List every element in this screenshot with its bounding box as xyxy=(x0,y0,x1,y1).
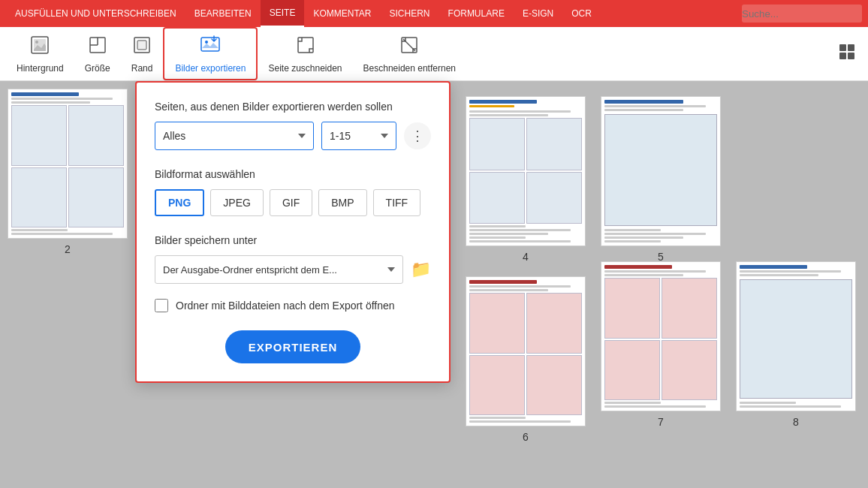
grid-view-icon[interactable] xyxy=(832,37,862,71)
export-button[interactable]: EXPORTIEREN xyxy=(225,330,360,363)
format-bmp-button[interactable]: BMP xyxy=(318,189,366,216)
toolbar-crop-page-label: Seite zuschneiden xyxy=(268,63,342,74)
export-panel: Seiten, aus denen Bilder exportieren wer… xyxy=(135,81,451,383)
main-content: Seiten, aus denen Bilder exportieren wer… xyxy=(0,81,868,488)
top-navigation: AUSFÜLLEN UND UNTERSCHREIBEN BEARBEITEN … xyxy=(0,0,868,27)
format-jpeg-button[interactable]: JPEG xyxy=(210,189,264,216)
crop-page-icon xyxy=(295,35,316,60)
format-tiff-button[interactable]: TIFF xyxy=(373,189,421,216)
svg-rect-15 xyxy=(839,53,846,59)
svg-rect-14 xyxy=(848,44,854,51)
more-options-button[interactable]: ⋮ xyxy=(404,122,431,149)
folder-icon: 📁 xyxy=(411,260,431,279)
toolbar-rand[interactable]: Rand xyxy=(121,27,164,80)
thumbnail-page-5: 5 xyxy=(601,96,721,263)
nav-secure[interactable]: SICHERN xyxy=(381,0,439,27)
remove-crop-icon xyxy=(399,35,420,60)
background-icon xyxy=(29,35,50,60)
svg-point-9 xyxy=(205,41,208,44)
save-label: Bilder speichern unter xyxy=(155,234,431,246)
save-location-dropdown[interactable]: Der Ausgabe-Ordner entspricht dem E... xyxy=(155,255,403,284)
thumbnail-4-image[interactable] xyxy=(466,96,586,246)
toolbar-export-images[interactable]: Bilder exportieren xyxy=(163,27,258,80)
toolbar-remove-crop-label: Beschneiden entfernen xyxy=(363,63,456,74)
svg-rect-16 xyxy=(848,53,854,59)
svg-rect-7 xyxy=(137,41,146,50)
search-input[interactable] xyxy=(742,5,862,23)
thumbnail-2-image[interactable] xyxy=(8,89,128,239)
open-folder-label[interactable]: Ordner mit Bilddateien nach dem Export ö… xyxy=(176,300,395,312)
toolbar-rand-label: Rand xyxy=(131,63,153,74)
thumbnail-8-number: 8 xyxy=(793,416,799,428)
nav-comment[interactable]: KOMMENTAR xyxy=(304,0,380,27)
page-select-row: Alles Aktuelle Seite Benutzerdefiniert 1… xyxy=(155,122,431,150)
toolbar-remove-crop[interactable]: Beschneiden entfernen xyxy=(353,27,466,80)
thumbnail-5-image[interactable] xyxy=(601,96,721,246)
nav-esign[interactable]: E-SIGN xyxy=(514,0,562,27)
toolbar-size[interactable]: Größe xyxy=(74,27,121,80)
toolbar-background[interactable]: Hintergrund xyxy=(6,27,74,80)
save-row: Der Ausgabe-Ordner entspricht dem E... 📁 xyxy=(155,255,431,284)
thumbnail-6-number: 6 xyxy=(523,431,529,443)
format-buttons: PNG JPEG GIF BMP TIFF xyxy=(155,189,431,216)
nav-forms[interactable]: FORMULARE xyxy=(439,0,514,27)
open-folder-checkbox[interactable] xyxy=(155,299,168,312)
open-folder-checkbox-row: Ordner mit Bilddateien nach dem Export ö… xyxy=(155,299,431,312)
thumbnail-8-image[interactable] xyxy=(736,261,856,411)
format-png-button[interactable]: PNG xyxy=(155,189,204,216)
toolbar-size-label: Größe xyxy=(85,63,110,74)
toolbar: Hintergrund Größe Rand xyxy=(0,27,868,81)
nav-fill-sign[interactable]: AUSFÜLLEN UND UNTERSCHREIBEN xyxy=(6,0,185,27)
page-select-dropdown[interactable]: Alles Aktuelle Seite Benutzerdefiniert xyxy=(155,122,314,150)
thumbnail-page-6: 6 xyxy=(466,276,586,443)
svg-rect-13 xyxy=(839,44,846,51)
pages-label: Seiten, aus denen Bilder exportieren wer… xyxy=(155,101,431,113)
format-label: Bildformat auswählen xyxy=(155,168,431,180)
format-gif-button[interactable]: GIF xyxy=(270,189,312,216)
thumbnail-7-image[interactable] xyxy=(601,261,721,411)
svg-point-2 xyxy=(35,41,38,44)
thumbnail-6-image[interactable] xyxy=(466,276,586,426)
thumbnail-7-number: 7 xyxy=(658,416,664,428)
svg-rect-10 xyxy=(298,38,313,53)
toolbar-export-images-label: Bilder exportieren xyxy=(175,63,246,74)
thumbnail-page-4: 4 xyxy=(466,96,586,263)
thumbnail-page-7: 7 xyxy=(601,261,721,428)
size-icon xyxy=(87,35,108,60)
svg-rect-8 xyxy=(201,38,219,51)
nav-page[interactable]: SEITE xyxy=(261,0,305,27)
export-images-icon xyxy=(200,35,221,60)
page-range-dropdown[interactable]: 1-15 1-5 6-10 11-15 xyxy=(321,122,396,150)
thumbnail-2-number: 2 xyxy=(65,243,71,255)
thumbnail-page-2-container: 2 xyxy=(8,89,128,255)
nav-ocr[interactable]: OCR xyxy=(562,0,601,27)
rand-icon xyxy=(131,35,152,60)
toolbar-crop-page[interactable]: Seite zuschneiden xyxy=(258,27,352,80)
thumbnail-4-number: 4 xyxy=(523,251,529,263)
toolbar-background-label: Hintergrund xyxy=(17,63,64,74)
thumbnail-page-8: 8 xyxy=(736,261,856,428)
nav-edit[interactable]: BEARBEITEN xyxy=(185,0,261,27)
browse-folder-button[interactable]: 📁 xyxy=(411,260,431,279)
